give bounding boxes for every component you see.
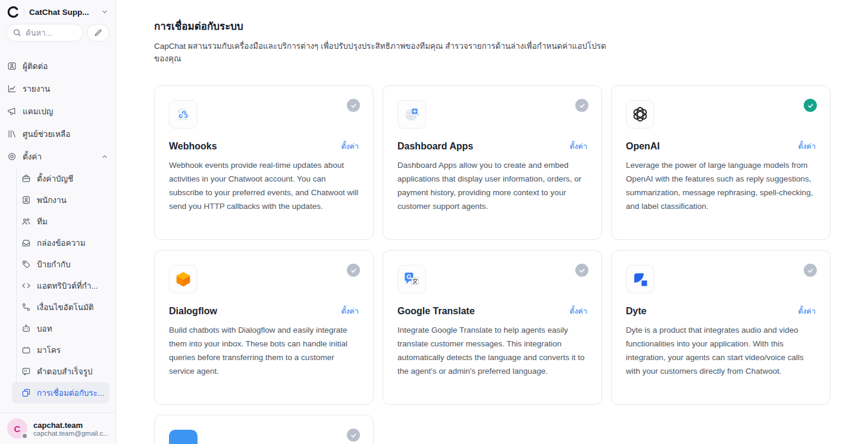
sidebar-subitem-teams[interactable]: ทีม (12, 211, 109, 232)
integration-title: Google Translate (397, 306, 475, 317)
search-input-wrapper[interactable] (6, 24, 83, 42)
sidebar-subitem-label: การเชื่อมต่อกับระ... (37, 386, 104, 399)
workspace-switcher[interactable]: CatChat Supp... (0, 0, 115, 21)
sidebar-item-help-center[interactable]: ศูนย์ช่วยเหลือ (0, 123, 115, 145)
status-dot (21, 433, 28, 439)
sidebar-subitem-custom-attributes[interactable]: แอตทริบิวต์ที่กำ... (12, 275, 109, 296)
reports-icon (7, 84, 17, 93)
configure-link[interactable]: ตั้งค่า (341, 305, 359, 317)
sidebar-subitem-macros[interactable]: มาโคร (12, 339, 109, 361)
user-profile-button[interactable]: C capchat.team capchat.team@gmail.c... (0, 412, 115, 444)
webhooks-icon (169, 100, 198, 129)
sidebar-item-contacts[interactable]: ผู้ติดต่อ (0, 55, 115, 77)
integration-card-dashboard-apps: Dashboard Apps ตั้งค่า Dashboard Apps al… (383, 85, 602, 240)
integration-card-partial-card: ตั้งค่า (154, 415, 374, 444)
custom-attributes-icon (21, 281, 31, 290)
sidebar-subitem-automation[interactable]: เงื่อนไขอัตโนมัติ (12, 296, 109, 318)
dashboard-apps-icon (397, 100, 426, 129)
sidebar-item-label: ตั้งค่า (23, 150, 95, 163)
sidebar-subitem-label: มาโคร (37, 343, 61, 357)
sidebar-subitem-label: พนักงาน (37, 193, 67, 207)
integration-card-dialogflow: Dialogflow ตั้งค่า Build chatbots with D… (154, 250, 374, 405)
status-check-icon (575, 99, 588, 112)
configure-link[interactable]: ตั้งค่า (798, 140, 816, 152)
sidebar-subitem-label: คำตอบสำเร็จรูป (37, 365, 92, 378)
integration-title: Dashboard Apps (397, 141, 473, 152)
labels-icon (21, 259, 31, 269)
dyte-icon (626, 265, 654, 293)
settings-icon (7, 152, 17, 161)
sidebar-subitem-label: กล่องข้อความ (37, 236, 86, 249)
integration-card-webhooks: Webhooks ตั้งค่า Webhook events provide … (154, 85, 374, 240)
app-window: CatChat Supp... ผู้ติดต่อ (0, 0, 868, 444)
sidebar-subitem-label: ป้ายกำกับ (37, 258, 71, 271)
configure-link[interactable]: ตั้งค่า (341, 140, 359, 152)
campaigns-icon (7, 107, 17, 116)
sidebar-subitem-inboxes[interactable]: กล่องข้อความ (12, 232, 109, 254)
automation-icon (21, 302, 31, 312)
sidebar: CatChat Supp... ผู้ติดต่อ (0, 0, 116, 444)
agents-icon (21, 195, 31, 205)
sidebar-item-settings[interactable]: ตั้งค่า (0, 145, 115, 168)
search-row (0, 21, 115, 46)
status-check-icon (804, 264, 817, 277)
sidebar-subitem-account-settings[interactable]: ตั้งค่าบัญชี (12, 168, 109, 189)
integration-card-dyte: Dyte ตั้งค่า Dyte is a product that inte… (611, 250, 831, 405)
sidebar-subitem-canned-responses[interactable]: คำตอบสำเร็จรูป (12, 361, 109, 382)
app-logo-icon (7, 6, 19, 18)
status-check-icon (347, 429, 360, 442)
workspace-name: CatChat Supp... (29, 8, 96, 17)
header-divider (24, 8, 24, 16)
main-content: การเชื่อมต่อกับระบบ CapChat ผสานรวมกับเค… (116, 0, 868, 444)
status-check-icon (347, 264, 360, 277)
status-check-icon (804, 99, 817, 112)
status-check-icon (347, 99, 360, 112)
sidebar-subitem-label: เงื่อนไขอัตโนมัติ (37, 301, 94, 314)
page-subtitle: CapChat ผสานรวมกับเครื่องมือและบริการต่า… (154, 40, 617, 65)
help-center-icon (7, 129, 17, 139)
pencil-icon (94, 29, 102, 37)
blue-app-icon (169, 430, 198, 444)
configure-link[interactable]: ตั้งค่า (798, 305, 816, 317)
sidebar-item-label: แคมเปญ (23, 105, 108, 118)
integrations-grid: Webhooks ตั้งค่า Webhook events provide … (154, 85, 831, 444)
dialogflow-icon (169, 265, 198, 293)
search-icon (13, 29, 21, 37)
sidebar-subitem-agents[interactable]: พนักงาน (12, 189, 109, 211)
integration-description: Integrate Google Translate to help agent… (397, 323, 587, 378)
integration-description: Dashboard Apps allow you to create and e… (397, 158, 587, 213)
openai-icon (626, 100, 654, 129)
sidebar-subitem-label: ทีม (37, 215, 48, 228)
integrations-icon (21, 388, 31, 398)
integration-description: Webhook events provide real-time updates… (169, 158, 359, 213)
macros-icon (21, 345, 31, 355)
sidebar-nav: ผู้ติดต่อ รายงาน แคมเปญ ศูนย์ช่วยเหลือ ต… (0, 46, 115, 412)
sidebar-subitem-label: บอท (37, 322, 52, 335)
search-input[interactable] (26, 29, 76, 37)
chevron-up-icon (101, 153, 108, 160)
sidebar-subitem-label: แอตทริบิวต์ที่กำ... (37, 279, 98, 292)
configure-link[interactable]: ตั้งค่า (569, 140, 587, 152)
sidebar-item-reports[interactable]: รายงาน (0, 77, 115, 100)
integration-card-openai: OpenAI ตั้งค่า Leverage the power of lar… (611, 85, 831, 240)
google-translate-icon: G (397, 265, 426, 293)
inboxes-icon (21, 238, 31, 248)
page-title: การเชื่อมต่อกับระบบ (154, 18, 831, 34)
chevron-down-icon (101, 8, 108, 15)
compose-button[interactable] (87, 24, 109, 42)
sidebar-item-label: รายงาน (23, 82, 108, 95)
contacts-icon (7, 61, 17, 71)
sidebar-subitem-integrations[interactable]: การเชื่อมต่อกับระ... (12, 382, 109, 404)
integration-card-google-translate: G Google Translate ตั้งค่า Integrate Goo… (383, 250, 602, 405)
sidebar-item-label: ศูนย์ช่วยเหลือ (23, 127, 108, 140)
sidebar-subitem-bots[interactable]: บอท (12, 318, 109, 339)
integration-title: Dyte (626, 306, 647, 317)
bots-icon (21, 324, 31, 333)
sidebar-subitem-labels[interactable]: ป้ายกำกับ (12, 254, 109, 275)
configure-link[interactable]: ตั้งค่า (569, 305, 587, 317)
integration-title: OpenAI (626, 141, 660, 152)
user-name: capchat.team (33, 421, 108, 430)
sidebar-subitem-label: ตั้งค่าบัญชี (37, 172, 73, 185)
sidebar-item-campaigns[interactable]: แคมเปญ (0, 100, 115, 123)
teams-icon (21, 217, 31, 226)
